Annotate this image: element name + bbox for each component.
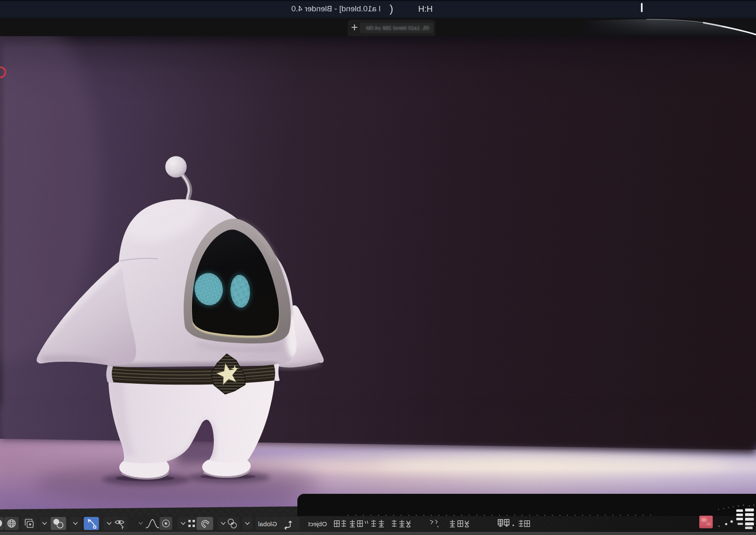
svg-text:Object: Object — [308, 520, 327, 527]
svg-text:Global: Global — [258, 520, 277, 527]
